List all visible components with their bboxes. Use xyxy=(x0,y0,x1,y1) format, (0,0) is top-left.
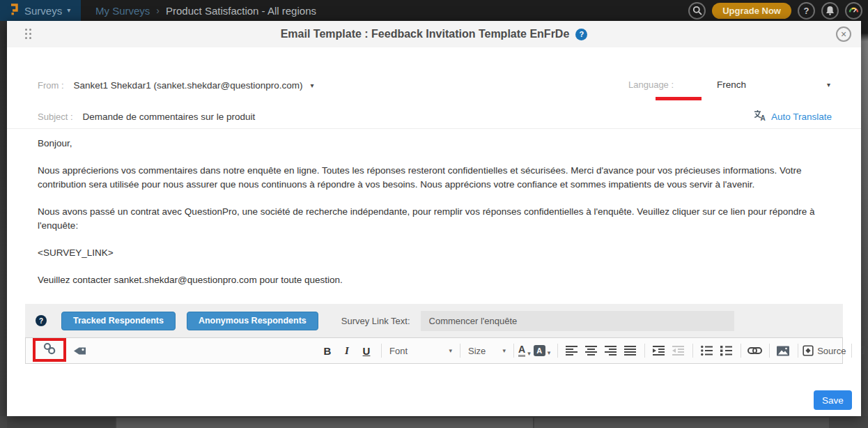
align-justify-icon[interactable] xyxy=(621,342,639,359)
increase-indent-icon[interactable] xyxy=(649,342,667,359)
breadcrumb-current: Product Satisfaction - All regions xyxy=(166,5,316,17)
usage-meter-icon[interactable] xyxy=(845,2,862,20)
language-label: Language : xyxy=(628,79,674,90)
from-dropdown-caret-icon[interactable]: ▾ xyxy=(310,82,313,89)
respondents-bar: ? Tracked Respondents Anonymous Responde… xyxy=(25,304,843,337)
email-paragraph: Veuillez contacter sanket.shekdar@questi… xyxy=(38,273,828,287)
survey-link-text-label: Survey Link Text: xyxy=(341,316,410,326)
overlay-right xyxy=(861,21,868,428)
chevron-down-icon: ▾ xyxy=(527,350,531,357)
align-left-icon[interactable] xyxy=(562,342,580,359)
editor-toolbar: B I U Font▾ Size▾ A ▾ A ▾ xyxy=(25,337,843,364)
email-paragraph: Nous avons passé un contrat avec Questio… xyxy=(38,205,828,233)
bold-button[interactable]: B xyxy=(318,342,336,359)
modal-header: Email Template : Feedback Invitation Tem… xyxy=(7,21,861,47)
background-block xyxy=(534,418,829,428)
subject-label: Subject : xyxy=(38,112,73,122)
breadcrumb-separator: › xyxy=(156,5,160,16)
overlay-left xyxy=(0,21,7,428)
topbar-actions: Upgrade Now ? xyxy=(688,1,862,20)
from-label: From : xyxy=(38,80,64,91)
close-icon[interactable]: × xyxy=(836,26,851,42)
italic-button[interactable]: I xyxy=(338,342,356,359)
chevron-down-icon: ▾ xyxy=(449,347,452,354)
bulleted-list-icon[interactable] xyxy=(697,342,715,359)
upgrade-now-button[interactable]: Upgrade Now xyxy=(712,3,791,19)
language-active-underline xyxy=(656,97,702,100)
subject-value[interactable]: Demande de commentaires sur le produit xyxy=(83,112,256,122)
tracked-respondents-button[interactable]: Tracked Respondents xyxy=(61,312,176,330)
anonymous-respondents-button[interactable]: Anonymous Respondents xyxy=(187,312,318,330)
email-body-editor[interactable]: Bonjour, Nous apprécierions vos commenta… xyxy=(38,130,828,304)
overlay-bottom xyxy=(0,416,868,428)
email-greeting: Bonjour, xyxy=(38,137,828,151)
from-value: Sanket1 Shekdar1 (sanket.shekdar@questio… xyxy=(74,80,303,91)
top-navigation-bar: Surveys ▾ My Surveys › Product Satisfact… xyxy=(0,0,868,21)
align-right-icon[interactable] xyxy=(601,342,619,359)
surveys-menu-label: Surveys xyxy=(24,5,62,17)
underline-button[interactable]: U xyxy=(357,342,375,359)
email-paragraph: Nous apprécierions vos commentaires dans… xyxy=(38,164,828,192)
font-size-dropdown[interactable]: Size▾ xyxy=(465,346,509,356)
remove-format-icon[interactable]: Tx xyxy=(856,342,868,359)
language-value[interactable]: French xyxy=(717,79,746,90)
background-block xyxy=(116,418,533,428)
help-icon[interactable]: ? xyxy=(798,2,815,20)
font-family-dropdown[interactable]: Font▾ xyxy=(386,346,456,356)
insert-variable-link-icon[interactable] xyxy=(42,342,56,358)
source-label: Source xyxy=(817,346,846,356)
decrease-indent-icon xyxy=(669,342,687,359)
insert-link-icon[interactable] xyxy=(745,342,764,359)
survey-link-text-input[interactable] xyxy=(421,311,734,331)
annotation-highlight-box xyxy=(33,338,66,362)
title-help-icon[interactable]: ? xyxy=(575,29,587,40)
breadcrumb: My Surveys › Product Satisfaction - All … xyxy=(95,0,316,21)
breadcrumb-my-surveys[interactable]: My Surveys xyxy=(95,5,150,17)
notifications-bell-icon[interactable] xyxy=(821,2,839,20)
surveys-menu[interactable]: Surveys ▾ xyxy=(0,0,81,21)
page: Surveys ▾ My Surveys › Product Satisfact… xyxy=(0,0,868,428)
questionpro-logo-icon xyxy=(9,3,20,19)
auto-translate-label: Auto Translate xyxy=(771,112,832,122)
format-button-group: B I U Font▾ Size▾ A ▾ A ▾ xyxy=(318,338,868,363)
chevron-down-icon: ▾ xyxy=(548,349,551,356)
subject-row: Subject : Demande de commentaires sur le… xyxy=(7,105,861,129)
language-dropdown-caret-icon[interactable]: ▾ xyxy=(827,81,830,89)
chevron-down-icon: ▾ xyxy=(67,7,70,14)
numbered-list-icon[interactable] xyxy=(717,342,735,359)
auto-translate-button[interactable]: A Auto Translate xyxy=(754,109,832,123)
chevron-down-icon: ▾ xyxy=(502,347,506,354)
background-color-button[interactable]: A ▾ xyxy=(534,345,551,356)
merge-tag-icon[interactable] xyxy=(70,343,88,358)
source-button[interactable]: Source xyxy=(803,342,846,359)
align-center-icon[interactable] xyxy=(582,342,600,359)
search-icon[interactable] xyxy=(688,2,706,20)
background-block xyxy=(7,418,115,428)
svg-text:A: A xyxy=(760,114,765,121)
modal-title: Email Template : Feedback Invitation Tem… xyxy=(281,28,570,40)
survey-link-token: <SURVEY_LINK> xyxy=(38,246,828,260)
save-button[interactable]: Save xyxy=(814,390,852,410)
translate-icon: A xyxy=(754,109,766,123)
insert-image-icon[interactable] xyxy=(774,342,792,359)
text-color-button[interactable]: A ▾ xyxy=(518,344,531,357)
respondents-help-icon[interactable]: ? xyxy=(36,315,47,326)
email-template-modal: Email Template : Feedback Invitation Tem… xyxy=(7,21,861,416)
